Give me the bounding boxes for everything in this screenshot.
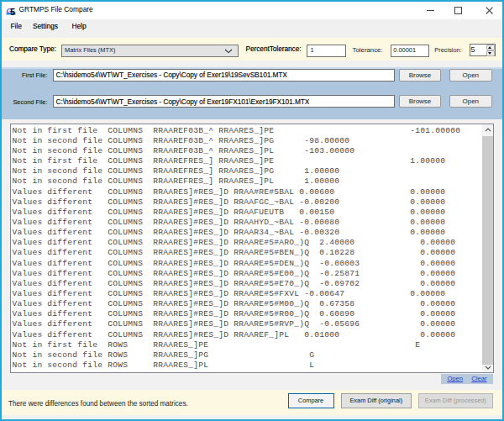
svg-text:5: 5 [10, 7, 15, 16]
